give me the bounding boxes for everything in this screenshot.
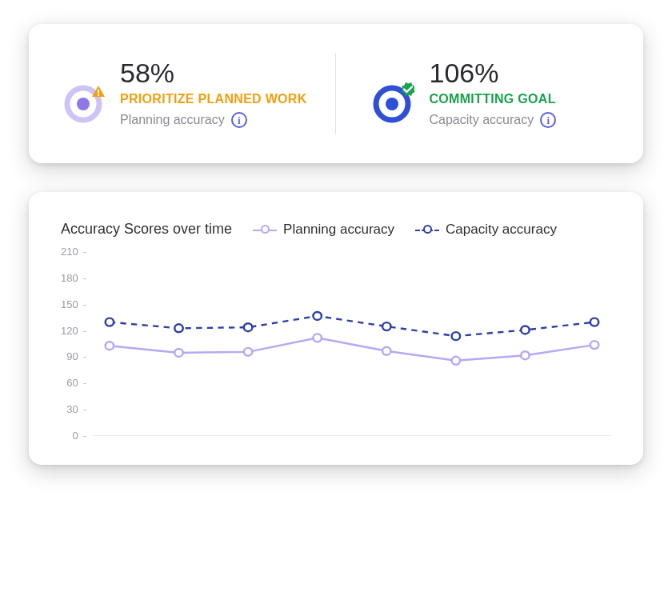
metric-sublabel: Capacity accuracy [429,113,534,127]
target-success-icon [370,80,414,125]
chart-point [244,323,252,331]
metric-value: 58% [120,59,307,86]
chart-y-axis: 210-180-150-120-90-60-30-0- [61,252,93,436]
chart-card: Accuracy Scores over time Planning accur… [29,192,643,465]
legend-capacity[interactable]: Capacity accuracy [415,222,557,238]
chart-point [106,318,114,326]
chart-point [244,348,252,356]
chart-point [590,318,598,326]
chart-title: Accuracy Scores over time [61,221,232,238]
metric-title: COMMITTING GOAL [429,91,556,107]
svg-point-1 [77,98,90,110]
chart-point [314,334,322,342]
legend-planning[interactable]: Planning accuracy [253,222,394,238]
metric-sublabel-row: Capacity accuracy i [429,112,556,128]
chart-point [452,332,460,340]
info-icon[interactable]: i [540,112,556,128]
legend-label: Capacity accuracy [446,222,557,238]
chart-area: 210-180-150-120-90-60-30-0- [61,252,611,436]
chart-point [590,341,598,349]
metric-sublabel-row: Planning accuracy i [120,112,307,128]
metric-value: 106% [429,59,556,86]
chart-point [106,342,114,350]
info-icon[interactable]: i [231,112,247,128]
svg-point-5 [386,98,398,110]
chart-point [382,347,390,355]
chart-point [174,324,182,332]
svg-rect-3 [98,94,99,96]
metrics-card: 58% PRIORITIZE PLANNED WORK Planning acc… [29,24,643,163]
metric-sublabel: Planning accuracy [120,113,225,127]
chart-point [314,312,322,320]
chart-point [382,322,390,330]
metric-capacity: 106% COMMITTING GOAL Capacity accuracy i [336,53,611,134]
chart-plot [93,252,611,436]
chart-point [452,357,460,365]
svg-rect-2 [98,90,99,94]
legend-swatch-planning [253,224,277,235]
target-warning-icon [61,80,106,125]
legend-label: Planning accuracy [283,222,394,238]
metric-title: PRIORITIZE PLANNED WORK [120,91,307,107]
chart-point [521,326,529,334]
legend-swatch-capacity [415,224,439,235]
metric-planning: 58% PRIORITIZE PLANNED WORK Planning acc… [61,53,335,134]
chart-header: Accuracy Scores over time Planning accur… [61,221,611,238]
metrics-row: 58% PRIORITIZE PLANNED WORK Planning acc… [61,53,611,134]
chart-point [521,351,529,359]
chart-point [174,349,182,357]
